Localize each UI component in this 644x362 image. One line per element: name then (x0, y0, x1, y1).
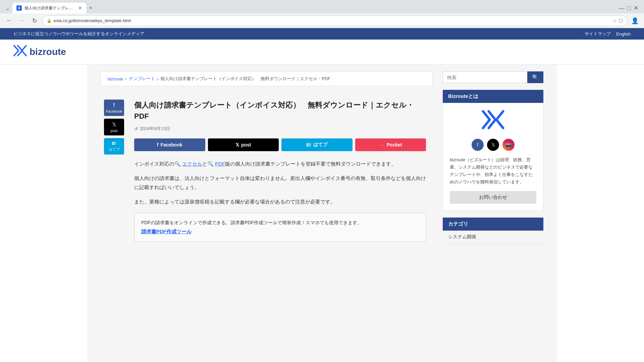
tab-close-btn[interactable]: ✕ (78, 5, 82, 11)
category-section-header: カテゴリ (443, 218, 543, 231)
bizroute-logo-icon (481, 110, 505, 133)
refresh-btn[interactable]: ↻ (30, 16, 40, 26)
logo-text: bizroute (30, 47, 66, 57)
category-link[interactable]: システム開発 (448, 234, 476, 239)
back-btn[interactable]: ← (4, 16, 14, 26)
topbar-tagline: ビジネスに役立つノウハウやツールを紹介するオンラインメディア (13, 31, 144, 37)
article-para-2: 個人向けの請求書は、法人向けとフォーマット自体は変わりません。差出人欄やインボイ… (134, 174, 426, 192)
article-text: インボイス対応の🔍 エクセルと🔍 PDF版の個人向け請求書テンプレートを登録不要… (134, 159, 426, 206)
logo-icon (13, 45, 27, 59)
english-link[interactable]: English (616, 32, 631, 37)
sidebar: 🔍 Bizrouteとは (443, 71, 543, 360)
share-facebook-label: Facebook (160, 142, 182, 147)
breadcrumb-sep2: › (157, 76, 158, 81)
share-facebook-btn[interactable]: f Facebook (134, 138, 205, 151)
breadcrumb: bizroute › テンプレート › 個人向け請求書テンプレート（インボイス対… (101, 71, 433, 86)
article-para-3: また、業種によっては源泉徴収税を記載する欄が必要な場合があるので注意が必要です。 (134, 197, 426, 206)
article-date: ↺ 2024年9月13日 (134, 126, 426, 132)
sidebar-instagram-icon[interactable]: 📷 (502, 139, 515, 151)
sidebar-bizroute-section: Bizrouteとは f 𝕏 (443, 90, 543, 211)
sitemap-link[interactable]: サイトマップ (585, 31, 611, 37)
lock-icon: 🔒 (47, 18, 52, 23)
excel-link[interactable]: エクセル (182, 161, 202, 167)
bizroute-description: bizroute（ビズルート）は経理、総務、営業、システム開発などのビジネスで必… (450, 156, 536, 186)
share-pocket-icon: 🔖 (379, 142, 385, 147)
share-pocket-btn[interactable]: 🔖 Pocket (355, 138, 426, 151)
share-xpost-label: post (241, 142, 251, 147)
tab-overflow-btn[interactable]: ⌄ (3, 4, 12, 13)
article-main: f Facebook 𝕏 post B! はてブ 個人向け請求書テンプレート（イ… (101, 93, 433, 249)
tab-title: 個人向け請求書テンプレート（イン... (24, 5, 75, 11)
share-hateb-btn[interactable]: B! はてブ (281, 138, 353, 151)
minimize-btn[interactable]: — (619, 5, 625, 12)
active-tab[interactable]: X 個人向け請求書テンプレート（イン... ✕ (12, 3, 86, 13)
forward-btn[interactable]: → (17, 16, 27, 26)
facebook-side-label: Facebook (106, 109, 122, 113)
share-buttons-row: f Facebook 𝕏 post B! はてブ 🔖 (134, 138, 426, 151)
main-content: bizroute › テンプレート › 個人向け請求書テンプレート（インボイス対… (87, 65, 557, 362)
date-text: 2024年9月13日 (140, 126, 170, 132)
sidebar-facebook-icon[interactable]: f (472, 139, 484, 151)
article-para-1: インボイス対応の🔍 エクセルと🔍 PDF版の個人向け請求書テンプレートを登録不要… (134, 159, 426, 168)
breadcrumb-sep1: › (125, 76, 126, 81)
share-hateb-icon: B! (306, 142, 311, 147)
site-header: bizroute (0, 40, 644, 65)
bizroute-section-body: f 𝕏 📷 bizroute（ビズルート）は経理、総務、営業、システム開発などの… (443, 103, 543, 211)
share-xpost-btn[interactable]: 𝕏 post (208, 138, 279, 151)
article-column: bizroute › テンプレート › 個人向け請求書テンプレート（インボイス対… (101, 71, 433, 360)
breadcrumb-home[interactable]: bizroute (108, 76, 123, 81)
address-bar[interactable]: 🔒 exia.co.jp/bizroute/seikyu_template.ht… (42, 15, 627, 26)
social-sidebar: f Facebook 𝕏 post B! はてブ (101, 93, 127, 249)
breadcrumb-cat[interactable]: テンプレート (129, 76, 155, 82)
topbar-right: サイトマップ English (585, 31, 631, 37)
facebook-side-icon: f (113, 102, 115, 108)
extensions-icon[interactable]: ⬡ (619, 18, 623, 23)
sidebar-category-section: カテゴリ システム開発 (443, 218, 543, 244)
logo-link[interactable]: bizroute (13, 45, 631, 59)
new-tab-btn[interactable]: + (86, 3, 95, 13)
promo-link[interactable]: 請求書PDF作成ツール (141, 229, 192, 234)
sidebar-twitter-icon[interactable]: 𝕏 (487, 139, 499, 151)
top-bar: ビジネスに役立つノウハウやツールを紹介するオンラインメディア サイトマップ En… (0, 28, 644, 40)
browser-chrome: ⌄ X 個人向け請求書テンプレート（イン... ✕ + — □ ✕ ← → ↻ … (0, 0, 644, 28)
category-list: システム開発 (443, 231, 543, 244)
bookmark-icon[interactable]: ☆ (612, 18, 617, 23)
bizroute-section-header: Bizrouteとは (443, 90, 543, 103)
hateb-side-icon: B! (112, 141, 116, 146)
share-facebook-icon: f (157, 142, 159, 147)
contact-btn[interactable]: お問い合わせ (450, 191, 536, 204)
hateb-side-btn[interactable]: B! はてブ (104, 138, 124, 155)
profile-btn[interactable]: 👤 (630, 16, 640, 26)
browser-tab-bar: ⌄ X 個人向け請求書テンプレート（イン... ✕ + — □ ✕ (0, 0, 644, 13)
close-btn[interactable]: ✕ (634, 4, 639, 12)
search-btn[interactable]: 🔍 (527, 71, 543, 83)
toolbar-actions: 👤 (630, 16, 640, 26)
date-refresh-icon: ↺ (134, 126, 138, 131)
search-input[interactable] (443, 71, 527, 83)
xpost-side-btn[interactable]: 𝕏 post (104, 119, 124, 135)
promo-box: PDFの請求書をオンラインで作成できる。請求書PDF作成ツールで簡単作成！スマホ… (134, 213, 426, 242)
hateb-side-label: はてブ (109, 147, 120, 152)
search-box: 🔍 (443, 71, 543, 83)
xpost-side-icon: 𝕏 (112, 121, 116, 128)
facebook-side-btn[interactable]: f Facebook (104, 100, 124, 116)
window-controls: — □ ✕ (619, 4, 641, 12)
browser-toolbar: ← → ↻ 🔒 exia.co.jp/bizroute/seikyu_templ… (0, 13, 644, 28)
pdf-link[interactable]: PDF (215, 161, 225, 167)
maximize-btn[interactable]: □ (627, 5, 631, 12)
category-item[interactable]: システム開発 (443, 231, 543, 244)
share-pocket-label: Pocket (387, 142, 402, 147)
tab-favicon: X (16, 5, 22, 11)
xpost-side-label: post (111, 129, 118, 133)
share-hateb-label: はてブ (313, 142, 327, 148)
article-body: 個人向け請求書テンプレート（インボイス対応） 無料ダウンロード｜エクセル・PDF… (127, 93, 433, 249)
site-wrapper: ビジネスに役立つノウハウやツールを紹介するオンラインメディア サイトマップ En… (0, 28, 644, 362)
article-title: 個人向け請求書テンプレート（インボイス対応） 無料ダウンロード｜エクセル・PDF (134, 100, 426, 122)
sidebar-social-icons: f 𝕏 📷 (450, 139, 536, 151)
url-text: exia.co.jp/bizroute/seikyu_template.html (54, 18, 610, 23)
breadcrumb-current: 個人向け請求書テンプレート（インボイス対応） 無料ダウンロード｜エクセル・PDF (160, 76, 330, 82)
bizroute-sidebar-logo (450, 110, 536, 133)
share-xpost-icon: 𝕏 (235, 142, 239, 147)
promo-text: PDFの請求書をオンラインで作成できる。請求書PDF作成ツールで簡単作成！スマホ… (141, 220, 419, 226)
